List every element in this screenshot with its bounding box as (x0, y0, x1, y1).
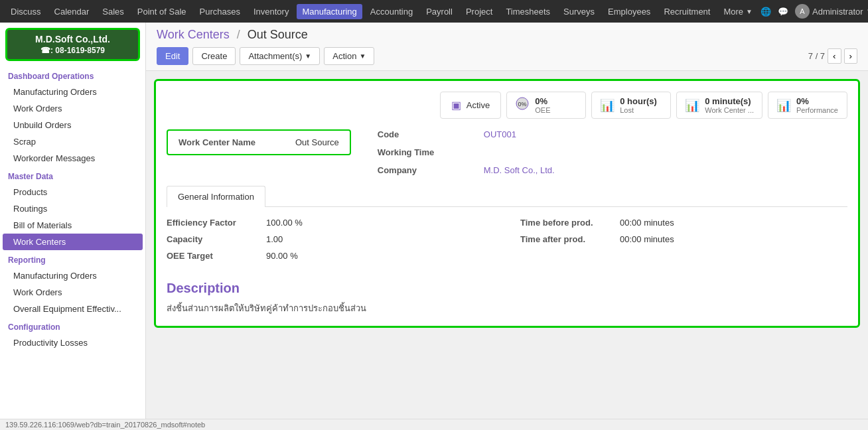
active-icon: ▣ (451, 99, 461, 111)
sidebar-item-manufacturing-orders[interactable]: Manufacturing Orders (0, 84, 145, 100)
tabs-bar: General Information (167, 186, 847, 207)
nav-employees[interactable]: Employees (603, 4, 656, 19)
status-bar-text: 139.59.226.116:1069/web?db=train_2017082… (5, 421, 205, 429)
section-title-reporting: Reporting (0, 250, 145, 267)
sidebar-item-reporting-mfg-orders[interactable]: Manufacturing Orders (0, 267, 145, 284)
nav-accounting[interactable]: Accounting (365, 4, 418, 19)
oee-target-value: 90.00 % (266, 251, 298, 261)
sidebar-item-oee[interactable]: Overall Equipment Effectiv... (0, 301, 145, 317)
svg-text:0%: 0% (518, 101, 527, 107)
company-field: Company M.D. Soft Co., Ltd. (378, 165, 555, 175)
attachments-dropdown-arrow: ▼ (305, 52, 311, 60)
sidebar-item-productivity-losses[interactable]: Productivity Losses (0, 334, 145, 351)
sidebar-item-work-orders[interactable]: Work Orders (0, 100, 145, 117)
capacity-value: 1.00 (266, 234, 283, 244)
work-center-stat[interactable]: 📊 0 minute(s) Work Center ... (676, 92, 762, 119)
top-nav-right: 🌐 💬 A Administrator ▼ (760, 4, 868, 19)
wc-name-label: Work Center Name (179, 137, 285, 147)
create-button[interactable]: Create (192, 47, 236, 65)
time-before-row: Time before prod. 00:00 minutes (520, 218, 847, 228)
chat-icon[interactable]: 💬 (778, 7, 788, 17)
sidebar-item-routings[interactable]: Routings (0, 200, 145, 217)
content-area: Work Centers / Out Source Edit Create At… (146, 23, 868, 430)
breadcrumb-current: Out Source (248, 28, 308, 41)
sidebar-item-bill-of-materials[interactable]: Bill of Materials (0, 217, 145, 234)
sidebar-item-scrap[interactable]: Scrap (0, 133, 145, 150)
nav-purchases[interactable]: Purchases (194, 4, 246, 19)
performance-stat[interactable]: 📊 0% Performance (768, 92, 847, 119)
working-time-label: Working Time (378, 147, 484, 157)
sidebar-item-work-centers[interactable]: Work Centers (3, 234, 143, 250)
sidebar-item-products[interactable]: Products (0, 184, 145, 200)
nav-payroll[interactable]: Payroll (421, 4, 458, 19)
code-field: Code OUT001 (378, 129, 555, 139)
sidebar: M.D.Soft Co.,Ltd. ☎: 08-1619-8579 Dashbo… (0, 23, 146, 430)
breadcrumb-parent[interactable]: Work Centers (157, 28, 230, 41)
nav-manufacturing[interactable]: Manufacturing (297, 4, 362, 19)
nav-sales[interactable]: Sales (97, 4, 129, 19)
code-label: Code (378, 129, 484, 139)
top-navigation: Discuss Calendar Sales Point of Sale Pur… (0, 0, 868, 23)
sidebar-item-reporting-work-orders[interactable]: Work Orders (0, 284, 145, 301)
admin-menu[interactable]: A Administrator ▼ (795, 4, 868, 19)
general-right-col: Time before prod. 00:00 minutes Time aft… (520, 218, 847, 267)
edit-button[interactable]: Edit (157, 47, 188, 65)
nav-recruitment[interactable]: Recruitment (658, 4, 715, 19)
efficiency-factor-row: Efficiency Factor 100.00 % (167, 218, 494, 228)
oee-stat[interactable]: 0% 0% OEE (506, 92, 586, 119)
company-name: M.D.Soft Co.,Ltd. (13, 34, 133, 44)
lost-value: 0 hour(s) (620, 96, 657, 106)
prev-page-button[interactable]: ‹ (828, 48, 841, 64)
company-label: Company (378, 165, 484, 175)
admin-dropdown-arrow: ▼ (866, 7, 868, 17)
capacity-label: Capacity (167, 234, 266, 244)
time-after-label: Time after prod. (520, 234, 620, 244)
action-button[interactable]: Action ▼ (324, 47, 374, 65)
oee-target-label: OEE Target (167, 251, 266, 261)
lost-stat[interactable]: 📊 0 hour(s) Lost (591, 92, 671, 119)
efficiency-factor-value: 100.00 % (266, 218, 303, 228)
nav-inventory[interactable]: Inventory (248, 4, 294, 19)
work-center-bar-icon: 📊 (685, 98, 699, 113)
oee-pie-icon: 0% (515, 96, 530, 114)
work-center-label: Work Center ... (705, 106, 754, 114)
code-value[interactable]: OUT001 (484, 129, 516, 139)
company-value[interactable]: M.D. Soft Co., Ltd. (484, 165, 555, 175)
nav-discuss[interactable]: Discuss (5, 4, 46, 19)
main-layout: M.D.Soft Co.,Ltd. ☎: 08-1619-8579 Dashbo… (0, 23, 868, 430)
nav-calendar[interactable]: Calendar (49, 4, 95, 19)
performance-value: 0% (796, 96, 838, 106)
lost-label: Lost (620, 106, 657, 114)
oee-label: OEE (535, 106, 550, 114)
performance-label: Performance (796, 106, 838, 114)
work-center-minutes: 0 minute(s) (705, 96, 754, 106)
nav-surveys[interactable]: Surveys (558, 4, 600, 19)
active-badge[interactable]: ▣ Active (440, 92, 501, 119)
more-dropdown-arrow: ▼ (746, 8, 753, 15)
form-card: ▣ Active 0% 0% OEE 📊 (154, 79, 860, 328)
capacity-row: Capacity 1.00 (167, 234, 494, 244)
sidebar-item-unbuild-orders[interactable]: Unbuild Orders (0, 117, 145, 133)
lost-bar-icon: 📊 (600, 98, 615, 113)
section-title-dashboard: Dashboard Operations (0, 66, 145, 84)
time-after-row: Time after prod. 00:00 minutes (520, 234, 847, 244)
nav-more[interactable]: More ▼ (718, 4, 758, 19)
tab-general-information[interactable]: General Information (167, 186, 265, 207)
stats-row: ▣ Active 0% 0% OEE 📊 (167, 92, 847, 119)
attachments-button[interactable]: Attachment(s) ▼ (240, 47, 320, 65)
nav-timesheets[interactable]: Timesheets (500, 4, 555, 19)
pagination: 7 / 7 ‹ › (808, 48, 857, 64)
next-page-button[interactable]: › (844, 48, 857, 64)
content-header: Work Centers / Out Source Edit Create At… (146, 23, 868, 71)
help-icon[interactable]: 🌐 (760, 7, 771, 17)
description-text: ส่งชิ้นส่วนการผลิตให้บริษัทคู่ค้าทำการปร… (167, 301, 847, 315)
action-dropdown-arrow: ▼ (359, 52, 366, 60)
time-before-label: Time before prod. (520, 218, 620, 228)
breadcrumb-separator: / (237, 28, 240, 41)
breadcrumb: Work Centers / Out Source (157, 28, 857, 42)
sidebar-item-workorder-messages[interactable]: Workorder Messages (0, 150, 145, 167)
nav-point-of-sale[interactable]: Point of Sale (132, 4, 192, 19)
description-section: Description ส่งชิ้นส่วนการผลิตให้บริษัทค… (167, 281, 847, 315)
nav-project[interactable]: Project (461, 4, 498, 19)
right-fields: Code OUT001 Working Time Company M.D. So… (378, 129, 555, 175)
